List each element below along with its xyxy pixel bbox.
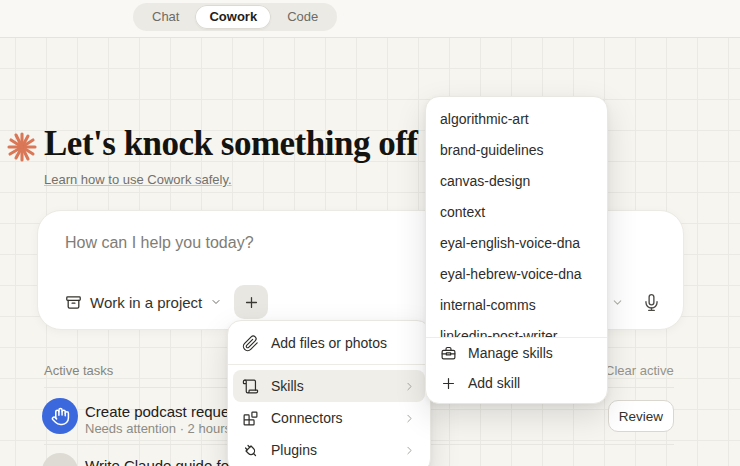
paperclip-icon [242, 335, 259, 352]
plus-icon [440, 375, 457, 392]
clear-active-link[interactable]: Clear active [605, 363, 674, 378]
menu-item-label: Manage skills [468, 345, 553, 361]
toolbox-icon [440, 345, 457, 362]
skills-list: algorithmic-art brand-guidelines canvas-… [426, 97, 607, 337]
skill-item[interactable]: context [426, 196, 607, 227]
hand-icon [51, 407, 70, 426]
divider [228, 364, 430, 365]
blocks-icon [242, 410, 259, 427]
menu-item-label: Skills [271, 378, 304, 394]
plus-icon [243, 294, 260, 311]
mode-switcher: Chat Cowork Code [133, 3, 337, 31]
task-title[interactable]: Create podcast request [85, 403, 241, 420]
model-chevron-down-icon[interactable] [611, 296, 624, 309]
manage-skills-item[interactable]: Manage skills [426, 338, 607, 368]
cowork-safety-link[interactable]: Learn how to use Cowork safely. [44, 172, 232, 187]
task-title[interactable]: Write Claude guide for [85, 457, 234, 466]
add-attachment-button[interactable] [234, 285, 268, 319]
page-title: Let's knock something off you [44, 124, 479, 164]
scroll-icon [242, 378, 259, 395]
skill-item[interactable]: eyal-hebrew-voice-dna [426, 258, 607, 289]
menu-item-label: Connectors [271, 410, 343, 426]
plug-icon [242, 442, 259, 459]
chevron-down-icon [210, 296, 222, 308]
review-button[interactable]: Review [608, 400, 674, 432]
tab-code[interactable]: Code [273, 5, 332, 29]
skill-item[interactable]: canvas-design [426, 165, 607, 196]
menu-item-connectors[interactable]: Connectors [228, 402, 430, 434]
mic-icon[interactable] [642, 293, 661, 312]
menu-item-plugins[interactable]: Plugins [228, 434, 430, 466]
skills-submenu: algorithmic-art brand-guidelines canvas-… [425, 96, 608, 404]
menu-item-skills[interactable]: Skills [233, 370, 425, 402]
menu-item-add-files[interactable]: Add files or photos [228, 327, 430, 359]
skill-item[interactable]: internal-comms [426, 289, 607, 320]
skill-item[interactable]: brand-guidelines [426, 134, 607, 165]
add-skill-item[interactable]: Add skill [426, 368, 607, 398]
work-in-project-label: Work in a project [90, 294, 202, 311]
menu-item-label: Plugins [271, 442, 317, 458]
skill-item[interactable]: linkedin-post-writer [426, 320, 607, 337]
active-tasks-heading: Active tasks [44, 363, 113, 378]
work-in-project-button[interactable]: Work in a project [61, 287, 226, 317]
composer-input[interactable]: How can I help you today? [65, 234, 254, 252]
top-bar: Chat Cowork Code [0, 0, 740, 38]
tab-chat[interactable]: Chat [138, 5, 193, 29]
project-box-icon [65, 294, 82, 311]
menu-item-label: Add files or photos [271, 335, 387, 351]
chevron-right-icon [403, 380, 416, 393]
skill-item[interactable]: eyal-english-voice-dna [426, 227, 607, 258]
claude-starburst-icon [4, 129, 40, 165]
chevron-right-icon [403, 412, 416, 425]
task-status-badge [42, 398, 78, 434]
chevron-right-icon [403, 444, 416, 457]
tab-cowork[interactable]: Cowork [195, 5, 271, 29]
menu-item-label: Add skill [468, 375, 520, 391]
attach-menu: Add files or photos Skills Connectors [227, 320, 431, 466]
skill-item[interactable]: algorithmic-art [426, 103, 607, 134]
